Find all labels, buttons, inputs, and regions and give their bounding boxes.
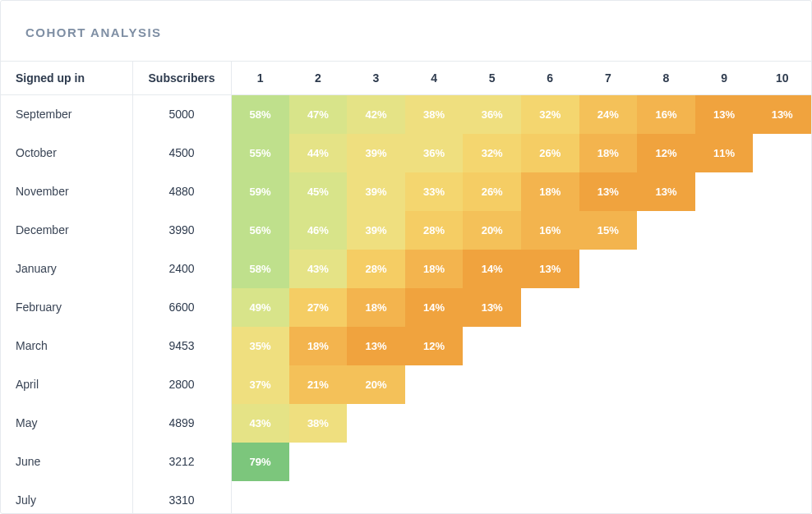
cohort-card: COHORT ANALYSIS Signed up in Subscribers… xyxy=(0,0,812,514)
cohort-cell: 15% xyxy=(579,211,638,250)
header-month: Signed up in xyxy=(1,62,132,95)
row-subscribers: 4500 xyxy=(132,134,231,172)
cohort-cell: 16% xyxy=(637,95,695,134)
cohort-cell xyxy=(463,481,521,515)
cohort-cell xyxy=(753,250,811,288)
header-period-6: 6 xyxy=(521,62,579,95)
cohort-cell: 18% xyxy=(405,250,464,288)
row-subscribers: 3212 xyxy=(132,443,231,481)
cohort-value: 18% xyxy=(521,172,579,211)
cohort-cell xyxy=(753,211,811,250)
cohort-cell xyxy=(695,211,754,250)
cohort-value: 13% xyxy=(637,172,695,211)
row-month: November xyxy=(1,172,132,211)
cohort-cell: 59% xyxy=(231,172,289,211)
cohort-cell: 28% xyxy=(347,250,405,288)
cohort-cell: 46% xyxy=(289,211,348,250)
cohort-cell xyxy=(695,327,754,365)
cohort-value: 18% xyxy=(579,134,638,172)
cohort-cell: 12% xyxy=(405,327,464,365)
cohort-cell xyxy=(695,250,754,288)
row-month: February xyxy=(1,288,132,327)
row-month: January xyxy=(1,250,132,288)
cohort-cell: 38% xyxy=(289,404,348,443)
cohort-cell xyxy=(463,404,521,443)
cohort-value: 13% xyxy=(695,95,754,134)
cohort-value: 13% xyxy=(347,327,405,365)
cohort-cell xyxy=(521,404,579,443)
row-subscribers: 3310 xyxy=(132,481,231,515)
header-subscribers: Subscribers xyxy=(132,62,231,95)
cohort-cell: 36% xyxy=(405,134,464,172)
header-period-1: 1 xyxy=(231,62,289,95)
cohort-value: 42% xyxy=(347,95,405,134)
cohort-cell xyxy=(405,481,464,515)
cohort-body: September500058%47%42%38%36%32%24%16%13%… xyxy=(1,95,811,515)
cohort-cell: 39% xyxy=(347,134,405,172)
cohort-cell xyxy=(753,134,811,172)
row-month: December xyxy=(1,211,132,250)
cohort-cell: 56% xyxy=(231,211,289,250)
cohort-cell xyxy=(695,481,754,515)
cohort-cell xyxy=(521,288,579,327)
cohort-value: 11% xyxy=(695,134,754,172)
table-row: June321279% xyxy=(1,443,811,481)
cohort-cell: 14% xyxy=(463,250,521,288)
row-subscribers: 2800 xyxy=(132,365,231,404)
header-period-9: 9 xyxy=(695,62,754,95)
cohort-cell: 20% xyxy=(463,211,521,250)
cohort-cell: 37% xyxy=(231,365,289,404)
cohort-cell xyxy=(753,327,811,365)
row-month: April xyxy=(1,365,132,404)
cohort-value: 55% xyxy=(232,134,289,172)
cohort-cell xyxy=(753,443,811,481)
cohort-table: Signed up in Subscribers 12345678910 Sep… xyxy=(1,61,811,514)
cohort-cell: 18% xyxy=(347,288,405,327)
row-month: May xyxy=(1,404,132,443)
cohort-value: 44% xyxy=(289,134,348,172)
cohort-value: 39% xyxy=(347,211,405,250)
table-row: September500058%47%42%38%36%32%24%16%13%… xyxy=(1,95,811,134)
cohort-value: 28% xyxy=(405,211,464,250)
table-row: November488059%45%39%33%26%18%13%13% xyxy=(1,172,811,211)
cohort-value: 58% xyxy=(232,250,289,288)
cohort-cell xyxy=(463,443,521,481)
table-row: July3310 xyxy=(1,481,811,515)
cohort-cell xyxy=(289,481,348,515)
cohort-value: 38% xyxy=(289,404,348,443)
cohort-cell: 18% xyxy=(521,172,579,211)
cohort-cell xyxy=(637,211,695,250)
cohort-value: 28% xyxy=(347,250,405,288)
cohort-value: 79% xyxy=(232,443,289,481)
cohort-cell: 45% xyxy=(289,172,348,211)
cohort-value: 13% xyxy=(463,288,521,327)
cohort-value: 43% xyxy=(232,404,289,443)
cohort-cell: 13% xyxy=(579,172,638,211)
cohort-value: 59% xyxy=(232,172,289,211)
cohort-cell: 32% xyxy=(521,95,579,134)
cohort-cell xyxy=(463,365,521,404)
cohort-cell: 16% xyxy=(521,211,579,250)
cohort-value: 33% xyxy=(405,172,464,211)
cohort-cell: 44% xyxy=(289,134,348,172)
table-row: December399056%46%39%28%20%16%15% xyxy=(1,211,811,250)
cohort-cell: 58% xyxy=(231,250,289,288)
cohort-cell xyxy=(753,172,811,211)
cohort-value: 38% xyxy=(405,95,464,134)
cohort-cell xyxy=(579,404,638,443)
cohort-cell xyxy=(347,481,405,515)
cohort-cell xyxy=(637,288,695,327)
cohort-value: 49% xyxy=(232,288,289,327)
page-title: COHORT ANALYSIS xyxy=(1,1,811,61)
cohort-cell xyxy=(753,404,811,443)
cohort-value: 35% xyxy=(232,327,289,365)
cohort-cell: 14% xyxy=(405,288,464,327)
cohort-cell: 47% xyxy=(289,95,348,134)
cohort-value: 43% xyxy=(289,250,348,288)
cohort-cell xyxy=(289,443,348,481)
header-period-8: 8 xyxy=(637,62,695,95)
cohort-value: 26% xyxy=(463,172,521,211)
header-period-3: 3 xyxy=(347,62,405,95)
cohort-cell xyxy=(695,365,754,404)
cohort-value: 39% xyxy=(347,134,405,172)
